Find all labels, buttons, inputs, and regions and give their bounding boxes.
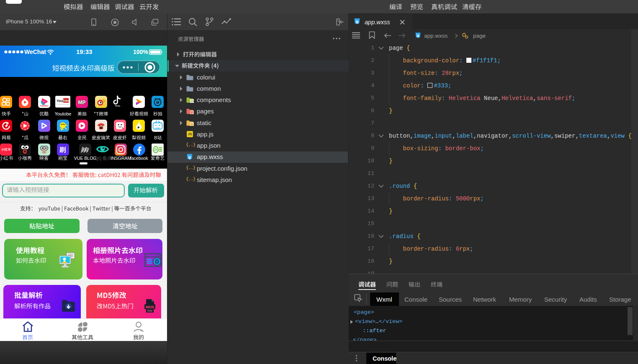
svg-text:TikTok: TikTok xyxy=(115,105,121,107)
svg-text:You: You xyxy=(57,99,63,103)
svg-text:MD5: MD5 xyxy=(146,305,154,309)
svg-text:Tube: Tube xyxy=(63,99,69,102)
svg-text:YOUKU: YOUKU xyxy=(40,104,48,107)
svg-text:bilibili: bilibili xyxy=(156,126,160,128)
svg-text:MP: MP xyxy=(78,100,86,105)
